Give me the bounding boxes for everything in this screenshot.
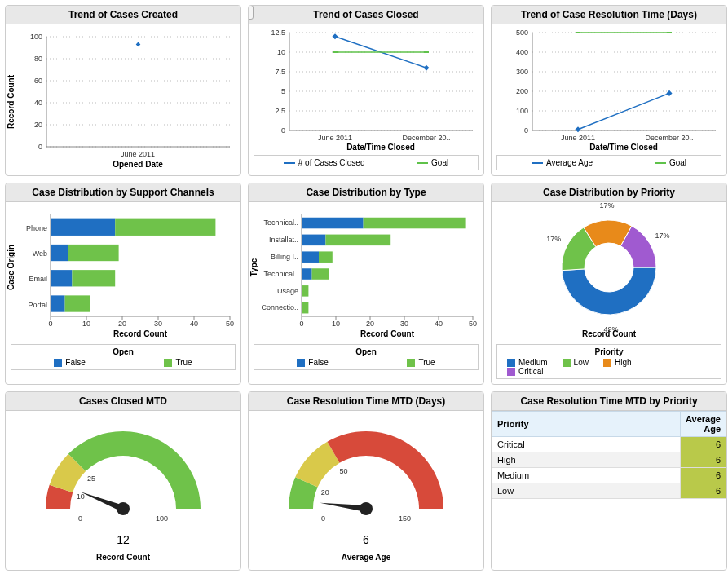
dashboard-grid: Trend of Cases Created Record Count 0204… xyxy=(0,0,728,576)
table-priority: Priority Average Age Critical6High6Mediu… xyxy=(492,411,726,499)
svg-text:Installat..: Installat.. xyxy=(269,236,298,244)
svg-text:Technical..: Technical.. xyxy=(263,218,298,227)
svg-text:June 2011: June 2011 xyxy=(318,134,352,142)
svg-rect-31 xyxy=(332,33,338,39)
svg-text:100: 100 xyxy=(156,514,168,523)
gauge-resolution: 02050150 6 Average Age xyxy=(249,411,483,562)
svg-text:0: 0 xyxy=(78,514,82,523)
gauge-label: Record Count xyxy=(6,553,240,562)
svg-text:20: 20 xyxy=(366,320,374,328)
svg-text:10: 10 xyxy=(277,48,285,56)
svg-text:50: 50 xyxy=(339,467,347,475)
gauge-value: 6 xyxy=(249,533,483,546)
panel-dist-priority: Case Distribution by Priority 49%17%17%1… xyxy=(491,183,727,385)
legend: # of Cases Closed Goal xyxy=(254,155,479,170)
svg-rect-92 xyxy=(319,251,333,263)
chart-cases-created: Record Count 020406080100 June 2011 Open… xyxy=(6,24,240,171)
panel-title: Case Distribution by Type xyxy=(249,183,483,202)
gauge-label: Average Age xyxy=(249,553,483,562)
svg-text:Case Origin: Case Origin xyxy=(7,245,15,290)
chart-cases-closed: 02.557.51012.5 June 2011 December 20.. D… xyxy=(249,24,483,170)
svg-rect-91 xyxy=(302,251,319,263)
svg-rect-88 xyxy=(302,235,325,246)
legend: Open False True xyxy=(254,344,479,370)
svg-text:30: 30 xyxy=(400,320,408,328)
x-tick: June 2011 xyxy=(121,150,155,158)
chart-dist-channels: Case Origin PhoneWebEmailPortal 01020304… xyxy=(6,202,240,370)
svg-point-130 xyxy=(360,502,373,515)
panel-title: Case Resolution Time MTD (Days) xyxy=(249,392,483,411)
chart-dist-priority: 49%17%17%17% Record Count Priority Mediu… xyxy=(492,202,726,379)
svg-text:Record Count: Record Count xyxy=(113,329,168,338)
svg-rect-89 xyxy=(325,235,390,246)
svg-rect-60 xyxy=(51,245,68,261)
svg-text:Record Count: Record Count xyxy=(360,329,415,338)
panel-title: Trend of Case Resolution Time (Days) xyxy=(492,6,726,24)
svg-text:2.5: 2.5 xyxy=(275,107,285,115)
svg-text:25: 25 xyxy=(87,474,95,483)
data-point xyxy=(136,42,141,47)
panel-title: Case Distribution by Priority xyxy=(492,183,726,202)
table-row[interactable]: High6 xyxy=(492,452,726,468)
svg-rect-52 xyxy=(575,126,580,132)
svg-rect-67 xyxy=(65,295,90,311)
svg-text:Date/Time Closed: Date/Time Closed xyxy=(589,143,658,152)
svg-rect-54 xyxy=(576,32,580,33)
svg-rect-95 xyxy=(312,268,329,280)
svg-text:80: 80 xyxy=(34,55,42,63)
svg-text:10: 10 xyxy=(82,320,90,328)
svg-text:500: 500 xyxy=(516,29,528,37)
svg-text:17%: 17% xyxy=(655,232,669,240)
legend: Priority Medium Low High Critical xyxy=(496,344,721,379)
svg-text:Type: Type xyxy=(249,258,258,276)
svg-text:50: 50 xyxy=(226,320,234,328)
table-row[interactable]: Critical6 xyxy=(492,437,726,452)
svg-text:0: 0 xyxy=(38,143,42,151)
legend: Average Age Goal xyxy=(496,155,721,170)
svg-rect-94 xyxy=(302,268,312,280)
svg-text:Technical..: Technical.. xyxy=(263,270,298,278)
svg-text:Record Count: Record Count xyxy=(582,329,637,338)
svg-text:0: 0 xyxy=(321,514,325,523)
svg-text:December 20..: December 20.. xyxy=(645,134,693,142)
svg-rect-66 xyxy=(51,295,65,311)
svg-rect-63 xyxy=(51,270,72,286)
panel-dist-channels: Case Distribution by Support Channels Ca… xyxy=(5,183,241,385)
panel-menu-button[interactable]: ▾ xyxy=(248,5,254,20)
svg-rect-53 xyxy=(666,90,672,96)
svg-text:Billing I..: Billing I.. xyxy=(271,253,298,261)
svg-text:150: 150 xyxy=(399,514,411,523)
svg-text:Phone: Phone xyxy=(26,224,47,232)
svg-text:7.5: 7.5 xyxy=(275,68,285,76)
svg-text:17%: 17% xyxy=(600,202,615,210)
svg-text:0: 0 xyxy=(281,126,285,135)
svg-text:12.5: 12.5 xyxy=(271,29,285,37)
table-row[interactable]: Medium6 xyxy=(492,468,726,483)
svg-text:40: 40 xyxy=(435,320,443,328)
col-priority[interactable]: Priority xyxy=(492,412,681,437)
legend: Open False True xyxy=(11,344,236,370)
svg-rect-32 xyxy=(423,65,429,71)
gauge-closed: 01025100 12 Record Count xyxy=(6,411,240,562)
svg-text:Connectio..: Connectio.. xyxy=(261,303,298,311)
svg-rect-85 xyxy=(302,218,364,229)
svg-rect-86 xyxy=(364,218,466,229)
svg-text:Portal: Portal xyxy=(28,301,47,309)
chart-resolution-trend: 0100200300400500 June 2011 December 20..… xyxy=(492,24,726,170)
svg-text:0: 0 xyxy=(524,126,528,135)
panel-resolution-trend: Trend of Case Resolution Time (Days) 010… xyxy=(491,5,727,176)
svg-text:17%: 17% xyxy=(546,235,561,243)
panel-title: Cases Closed MTD xyxy=(6,392,240,411)
svg-text:10: 10 xyxy=(332,320,340,328)
y-axis-label: Record Count xyxy=(7,74,15,129)
svg-rect-99 xyxy=(302,302,308,314)
svg-rect-97 xyxy=(302,285,308,297)
gauge-value: 12 xyxy=(6,533,240,546)
svg-rect-57 xyxy=(51,219,115,236)
svg-text:40: 40 xyxy=(190,320,198,328)
table-row[interactable]: Low6 xyxy=(492,483,726,499)
svg-text:June 2011: June 2011 xyxy=(561,134,595,142)
col-age[interactable]: Average Age xyxy=(680,412,726,437)
svg-rect-58 xyxy=(115,219,215,236)
series-avg-age xyxy=(578,93,669,129)
